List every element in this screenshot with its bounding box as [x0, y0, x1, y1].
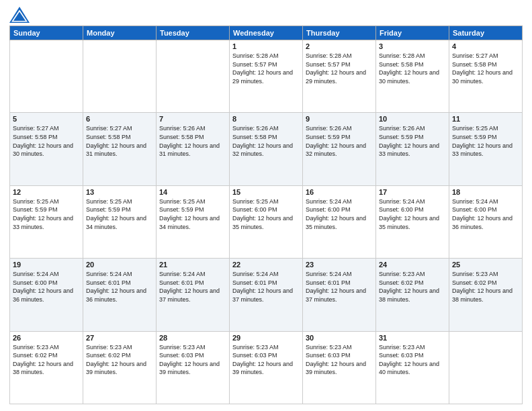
day-number: 8	[232, 115, 300, 123]
day-info: Sunrise: 5:26 AMSunset: 5:58 PMDaylight:…	[232, 124, 300, 158]
day-cell: 3Sunrise: 5:28 AMSunset: 5:58 PMDaylight…	[376, 40, 449, 113]
day-number: 25	[452, 261, 519, 269]
day-number: 31	[379, 334, 446, 342]
day-number: 3	[379, 42, 446, 50]
day-info: Sunrise: 5:24 AMSunset: 6:00 PMDaylight:…	[306, 197, 373, 231]
calendar-header: Sunday Monday Tuesday Wednesday Thursday…	[10, 26, 523, 40]
day-number: 21	[159, 261, 226, 269]
day-cell: 26Sunrise: 5:23 AMSunset: 6:02 PMDayligh…	[10, 331, 83, 404]
day-cell	[10, 40, 83, 113]
logo	[9, 7, 32, 23]
day-info: Sunrise: 5:25 AMSunset: 5:59 PMDaylight:…	[159, 197, 226, 231]
day-cell: 12Sunrise: 5:25 AMSunset: 5:59 PMDayligh…	[10, 185, 83, 258]
day-number: 29	[232, 334, 300, 342]
day-cell: 20Sunrise: 5:24 AMSunset: 6:01 PMDayligh…	[83, 259, 157, 331]
logo-icon	[9, 7, 30, 23]
calendar-body: 1Sunrise: 5:28 AMSunset: 5:57 PMDaylight…	[10, 40, 523, 404]
day-number: 16	[306, 188, 373, 196]
day-cell: 15Sunrise: 5:25 AMSunset: 6:00 PMDayligh…	[230, 185, 303, 258]
day-info: Sunrise: 5:24 AMSunset: 6:00 PMDaylight:…	[452, 197, 519, 231]
day-cell: 18Sunrise: 5:24 AMSunset: 6:00 PMDayligh…	[449, 185, 523, 258]
day-info: Sunrise: 5:25 AMSunset: 5:59 PMDaylight:…	[452, 124, 519, 158]
col-wednesday: Wednesday	[230, 26, 303, 40]
day-info: Sunrise: 5:27 AMSunset: 5:58 PMDaylight:…	[13, 124, 80, 158]
col-friday: Friday	[376, 26, 449, 40]
day-number: 26	[13, 334, 80, 342]
week-row-4: 19Sunrise: 5:24 AMSunset: 6:00 PMDayligh…	[10, 259, 523, 331]
header-row: Sunday Monday Tuesday Wednesday Thursday…	[10, 26, 523, 40]
day-info: Sunrise: 5:23 AMSunset: 6:03 PMDaylight:…	[306, 343, 373, 377]
col-monday: Monday	[83, 26, 157, 40]
day-number: 18	[452, 188, 519, 196]
day-number: 6	[86, 115, 153, 123]
day-cell: 2Sunrise: 5:28 AMSunset: 5:57 PMDaylight…	[303, 40, 376, 113]
day-info: Sunrise: 5:28 AMSunset: 5:57 PMDaylight:…	[306, 52, 373, 85]
day-info: Sunrise: 5:28 AMSunset: 5:57 PMDaylight:…	[232, 52, 300, 85]
day-number: 5	[13, 115, 80, 123]
day-cell	[83, 40, 157, 113]
day-cell	[157, 40, 230, 113]
day-info: Sunrise: 5:24 AMSunset: 6:01 PMDaylight:…	[86, 270, 153, 304]
day-info: Sunrise: 5:23 AMSunset: 6:03 PMDaylight:…	[379, 343, 446, 377]
day-info: Sunrise: 5:23 AMSunset: 6:02 PMDaylight:…	[452, 270, 519, 304]
day-number: 10	[379, 115, 446, 123]
day-cell: 5Sunrise: 5:27 AMSunset: 5:58 PMDaylight…	[10, 113, 83, 185]
day-cell	[449, 331, 523, 404]
day-cell: 28Sunrise: 5:23 AMSunset: 6:03 PMDayligh…	[157, 331, 230, 404]
day-cell: 17Sunrise: 5:24 AMSunset: 6:00 PMDayligh…	[376, 185, 449, 258]
day-cell: 23Sunrise: 5:24 AMSunset: 6:01 PMDayligh…	[303, 259, 376, 331]
day-cell: 16Sunrise: 5:24 AMSunset: 6:00 PMDayligh…	[303, 185, 376, 258]
col-saturday: Saturday	[449, 26, 523, 40]
day-cell: 24Sunrise: 5:23 AMSunset: 6:02 PMDayligh…	[376, 259, 449, 331]
header	[9, 7, 523, 23]
page: Sunday Monday Tuesday Wednesday Thursday…	[0, 0, 532, 411]
day-cell: 7Sunrise: 5:26 AMSunset: 5:58 PMDaylight…	[157, 113, 230, 185]
week-row-2: 5Sunrise: 5:27 AMSunset: 5:58 PMDaylight…	[10, 113, 523, 185]
day-info: Sunrise: 5:24 AMSunset: 6:00 PMDaylight:…	[379, 197, 446, 231]
day-number: 11	[452, 115, 519, 123]
day-cell: 27Sunrise: 5:23 AMSunset: 6:02 PMDayligh…	[83, 331, 157, 404]
day-number: 13	[86, 188, 153, 196]
day-cell: 9Sunrise: 5:26 AMSunset: 5:59 PMDaylight…	[303, 113, 376, 185]
col-thursday: Thursday	[303, 26, 376, 40]
col-sunday: Sunday	[10, 26, 83, 40]
calendar-table: Sunday Monday Tuesday Wednesday Thursday…	[9, 26, 523, 404]
day-cell: 10Sunrise: 5:26 AMSunset: 5:59 PMDayligh…	[376, 113, 449, 185]
day-cell: 30Sunrise: 5:23 AMSunset: 6:03 PMDayligh…	[303, 331, 376, 404]
day-number: 2	[306, 42, 373, 50]
day-info: Sunrise: 5:25 AMSunset: 5:59 PMDaylight:…	[86, 197, 153, 231]
day-cell: 6Sunrise: 5:27 AMSunset: 5:58 PMDaylight…	[83, 113, 157, 185]
day-info: Sunrise: 5:24 AMSunset: 6:01 PMDaylight:…	[306, 270, 373, 304]
day-info: Sunrise: 5:24 AMSunset: 6:00 PMDaylight:…	[13, 270, 80, 304]
day-number: 22	[232, 261, 300, 269]
day-info: Sunrise: 5:26 AMSunset: 5:59 PMDaylight:…	[379, 124, 446, 158]
day-cell: 29Sunrise: 5:23 AMSunset: 6:03 PMDayligh…	[230, 331, 303, 404]
day-info: Sunrise: 5:26 AMSunset: 5:58 PMDaylight:…	[159, 124, 226, 158]
day-number: 20	[86, 261, 153, 269]
day-info: Sunrise: 5:23 AMSunset: 6:02 PMDaylight:…	[13, 343, 80, 377]
day-number: 17	[379, 188, 446, 196]
day-info: Sunrise: 5:24 AMSunset: 6:01 PMDaylight:…	[159, 270, 226, 304]
day-number: 28	[159, 334, 226, 342]
day-number: 24	[379, 261, 446, 269]
day-cell: 8Sunrise: 5:26 AMSunset: 5:58 PMDaylight…	[230, 113, 303, 185]
day-cell: 13Sunrise: 5:25 AMSunset: 5:59 PMDayligh…	[83, 185, 157, 258]
day-cell: 19Sunrise: 5:24 AMSunset: 6:00 PMDayligh…	[10, 259, 83, 331]
day-number: 4	[452, 42, 519, 50]
day-number: 1	[232, 42, 300, 50]
day-info: Sunrise: 5:23 AMSunset: 6:02 PMDaylight:…	[86, 343, 153, 377]
day-number: 9	[306, 115, 373, 123]
day-number: 14	[159, 188, 226, 196]
week-row-1: 1Sunrise: 5:28 AMSunset: 5:57 PMDaylight…	[10, 40, 523, 113]
day-cell: 22Sunrise: 5:24 AMSunset: 6:01 PMDayligh…	[230, 259, 303, 331]
day-info: Sunrise: 5:23 AMSunset: 6:03 PMDaylight:…	[159, 343, 226, 377]
day-info: Sunrise: 5:24 AMSunset: 6:01 PMDaylight:…	[232, 270, 300, 304]
day-number: 19	[13, 261, 80, 269]
day-cell: 25Sunrise: 5:23 AMSunset: 6:02 PMDayligh…	[449, 259, 523, 331]
day-cell: 14Sunrise: 5:25 AMSunset: 5:59 PMDayligh…	[157, 185, 230, 258]
day-cell: 11Sunrise: 5:25 AMSunset: 5:59 PMDayligh…	[449, 113, 523, 185]
day-number: 23	[306, 261, 373, 269]
day-cell: 1Sunrise: 5:28 AMSunset: 5:57 PMDaylight…	[230, 40, 303, 113]
day-number: 15	[232, 188, 300, 196]
day-info: Sunrise: 5:25 AMSunset: 5:59 PMDaylight:…	[13, 197, 80, 231]
